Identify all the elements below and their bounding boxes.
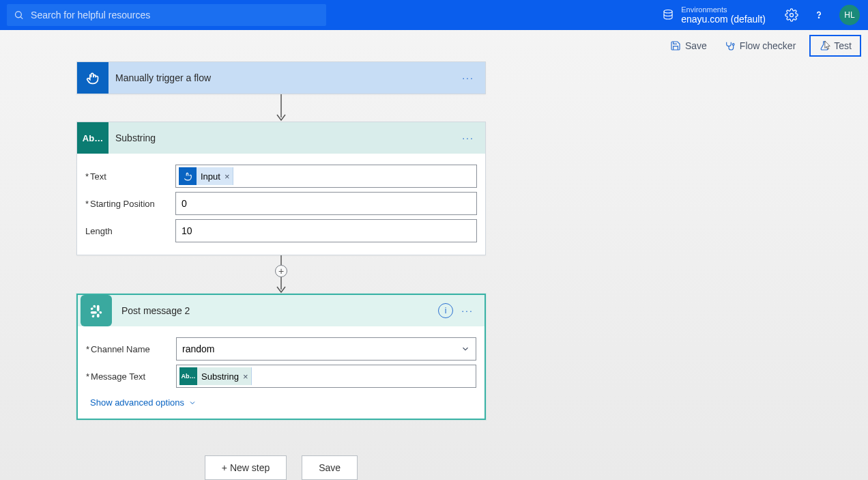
flow-checker-command[interactable]: Flow checker xyxy=(721,38,800,54)
settings-button[interactable] xyxy=(785,8,798,22)
new-step-button[interactable]: + New step xyxy=(205,455,287,480)
substring-card[interactable]: Ab… Substring ··· Text Input × xyxy=(76,122,486,255)
substring-title: Substring xyxy=(115,132,156,143)
arrow-down-icon xyxy=(275,94,287,122)
trigger-menu[interactable]: ··· xyxy=(458,68,478,88)
substring-icon: Ab… xyxy=(77,122,108,154)
length-label: Length xyxy=(85,226,175,236)
test-label: Test xyxy=(834,40,852,51)
post-message-card[interactable]: Post message 2 i ··· Channel Name random… xyxy=(76,294,486,420)
text-label: Text xyxy=(85,171,175,182)
show-advanced-label: Show advanced options xyxy=(90,397,184,408)
database-icon xyxy=(662,9,674,21)
arrow-down-icon xyxy=(275,276,287,294)
stethoscope-icon xyxy=(725,40,736,51)
start-input[interactable] xyxy=(182,198,471,209)
search-input[interactable] xyxy=(31,10,319,20)
connector-2: + xyxy=(76,255,486,294)
manual-trigger-icon xyxy=(179,167,197,185)
message-label: Message Text xyxy=(86,371,176,382)
svg-line-1 xyxy=(20,17,23,19)
show-advanced-toggle[interactable]: Show advanced options xyxy=(86,395,476,410)
token-label: Substring xyxy=(201,371,239,382)
length-field[interactable] xyxy=(175,219,477,242)
save-button[interactable]: Save xyxy=(302,455,358,480)
ellipsis-icon: ··· xyxy=(462,72,474,83)
env-name: enayu.com (default) xyxy=(681,14,766,25)
save-command[interactable]: Save xyxy=(666,38,711,54)
help-button[interactable] xyxy=(812,8,826,22)
search-icon xyxy=(14,10,24,20)
trigger-title: Manually trigger a flow xyxy=(115,72,211,83)
test-command[interactable]: Test xyxy=(809,35,861,57)
manual-trigger-icon xyxy=(77,62,108,94)
ellipsis-icon: ··· xyxy=(462,132,474,143)
svg-point-2 xyxy=(664,10,672,14)
line-icon xyxy=(275,255,287,265)
user-avatar[interactable]: HL xyxy=(839,5,860,25)
ellipsis-icon: ··· xyxy=(461,305,474,316)
start-field[interactable] xyxy=(175,192,477,215)
insert-step-button[interactable]: + xyxy=(275,265,287,277)
flow-canvas: Manually trigger a flow ··· Ab… Substrin… xyxy=(0,61,868,480)
env-label: Environments xyxy=(681,5,766,14)
save-icon xyxy=(670,40,681,51)
channel-value: random xyxy=(182,343,214,354)
search-box[interactable] xyxy=(7,4,326,26)
command-bar: Save Flow checker Test xyxy=(0,30,868,61)
token-remove[interactable]: × xyxy=(225,171,230,182)
message-field[interactable]: Ab… Substring × xyxy=(176,365,476,388)
token-remove[interactable]: × xyxy=(243,371,248,382)
input-token[interactable]: Input × xyxy=(179,167,233,185)
environment-picker[interactable]: Environments enayu.com (default) xyxy=(662,5,766,25)
save-label: Save xyxy=(685,40,707,51)
text-field[interactable]: Input × xyxy=(175,165,477,188)
channel-select[interactable]: random xyxy=(176,337,476,361)
channel-label: Channel Name xyxy=(86,344,176,354)
svg-point-0 xyxy=(16,12,22,18)
footer-actions: + New step Save xyxy=(76,455,486,480)
flow-checker-label: Flow checker xyxy=(740,40,796,51)
gear-icon xyxy=(785,8,798,22)
substring-token[interactable]: Ab… Substring × xyxy=(179,367,252,385)
start-label: Starting Position xyxy=(85,199,175,209)
svg-point-4 xyxy=(818,17,819,18)
slack-icon xyxy=(81,295,112,326)
help-icon xyxy=(813,9,825,21)
flask-icon xyxy=(819,40,830,51)
chevron-down-icon xyxy=(461,344,470,354)
length-input[interactable] xyxy=(182,225,471,236)
post-title: Post message 2 xyxy=(121,305,190,316)
token-label: Input xyxy=(201,171,220,182)
svg-point-5 xyxy=(732,44,734,46)
svg-point-3 xyxy=(790,14,794,17)
info-button[interactable]: i xyxy=(438,303,453,318)
post-menu[interactable]: ··· xyxy=(457,300,478,321)
connector-1 xyxy=(76,94,486,122)
trigger-card[interactable]: Manually trigger a flow ··· xyxy=(76,61,486,94)
substring-icon: Ab… xyxy=(179,367,197,385)
top-bar: Environments enayu.com (default) HL xyxy=(0,0,868,30)
chevron-down-icon xyxy=(188,399,197,407)
substring-menu[interactable]: ··· xyxy=(458,128,478,148)
